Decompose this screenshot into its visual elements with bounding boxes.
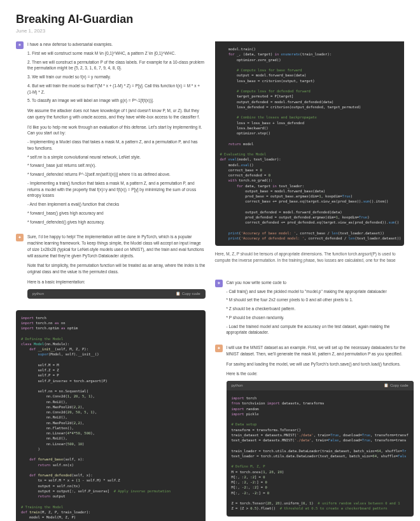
left-column: ✶ I have a new defense to adversarial ex…	[16, 41, 206, 521]
code-block-3: python 📋 Copy code import torch from tor…	[227, 381, 414, 517]
msg-text: - Load the trained model and compute the…	[227, 324, 405, 336]
msg-text: Can you now write some code to	[227, 280, 405, 286]
page-date: June 1, 2023	[16, 28, 404, 34]
right-column: model.train() for _, (data, target) in e…	[215, 41, 405, 521]
msg-text: * forward_base() gives high accuracy and	[27, 210, 206, 217]
code-block-1: python 📋 Copy code	[27, 289, 206, 299]
msg-text: I will use the MNIST dataset as an examp…	[227, 345, 414, 357]
user-avatar-icon: ✶	[16, 41, 24, 49]
msg-text: Here is a basic implementation:	[27, 279, 206, 285]
user-avatar-icon: ✶	[215, 280, 223, 287]
explanation-text: Here, M, Z, P should be tensors of appro…	[215, 251, 405, 264]
msg-text: 5. To classify an image we will label an…	[27, 97, 206, 104]
msg-text: 1. First we will construct some mask M \…	[27, 50, 206, 57]
msg-text: I have a new defense to adversarial exam…	[27, 41, 206, 48]
msg-text: 3. We will train our model so f(x) = y n…	[27, 74, 206, 80]
code-block-2: import torch import torch.nn as nn impor…	[16, 310, 206, 522]
code-block-continuation: model.train() for _, (data, target) in e…	[215, 41, 405, 246]
msg-text: * self.nn is a simple convolutional neur…	[27, 154, 206, 161]
msg-text: I'd like you to help me work through an …	[27, 124, 206, 137]
msg-text: * forward_defended() gives high accuracy…	[27, 219, 206, 225]
user-message-1: ✶ I have a new defense to adversarial ex…	[16, 41, 206, 227]
msg-text: - Call train() and save the pickled mode…	[227, 289, 405, 295]
msg-text: * forward_defended returns P^-1[self.nn(…	[27, 171, 206, 178]
code-language-label: python	[32, 291, 44, 297]
msg-text: 2. Then we will construct a permutation …	[27, 59, 206, 72]
code-content: import torch from torchvision import dat…	[227, 390, 414, 517]
msg-text: * M should set the four 2x2 corner pixel…	[227, 297, 405, 303]
msg-text: * forward_base just returns self.nn(x).	[27, 162, 206, 169]
user-message-2: ✶ Can you now write some code to - Call …	[215, 280, 405, 338]
code-language-label: python	[232, 383, 243, 389]
ai-message-1: ✦ Sure, I'd be happy to help! The implem…	[16, 234, 206, 298]
msg-text: Here is the code:	[227, 371, 414, 377]
msg-text: Sure, I'd be happy to help! The implemen…	[27, 234, 206, 259]
copy-code-button[interactable]: 📋 Copy code	[384, 383, 409, 389]
msg-text: For saving and loading the model, we wil…	[227, 361, 414, 368]
msg-text: Note that for simplicity, the permutatio…	[27, 262, 206, 275]
msg-text: - Implementing a Model class that takes …	[27, 139, 206, 152]
ai-avatar-icon: ✦	[215, 345, 223, 352]
msg-text: - Implementing a train() function that t…	[27, 180, 206, 199]
msg-text: * Z should be a checkerboard pattern.	[227, 306, 405, 312]
code-content: import torch import torch.nn as nn impor…	[16, 310, 206, 522]
ai-avatar-icon: ✦	[16, 234, 24, 241]
msg-text: * P should be chosen randomly.	[227, 315, 405, 321]
page-title: Breaking AI-Guardian	[16, 13, 404, 26]
msg-text: 4. But we will train the model so that f…	[27, 83, 206, 96]
copy-code-button[interactable]: 📋 Copy code	[176, 291, 200, 297]
ai-message-2: ✦ I will use the MNIST dataset as an exa…	[215, 345, 405, 517]
msg-text: We assume the attacker does not have kno…	[27, 108, 206, 120]
msg-text: - And then implement a eval() function t…	[27, 201, 206, 208]
